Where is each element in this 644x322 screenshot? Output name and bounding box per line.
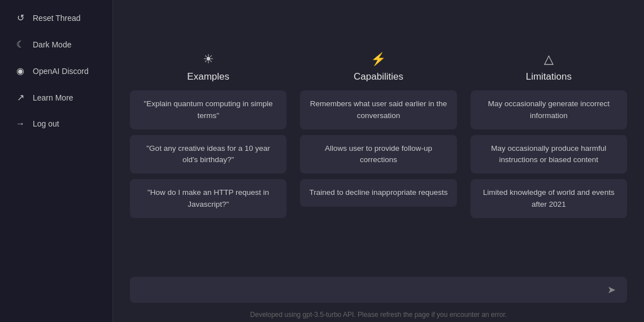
capabilities-icon: ⚡	[371, 52, 386, 67]
input-row: ➤	[130, 277, 627, 303]
send-button[interactable]: ➤	[604, 282, 619, 297]
limitations-icon: △	[544, 52, 554, 67]
columns-wrapper: ☀Examples"Explain quantum computing in s…	[130, 52, 627, 218]
examples-card-1[interactable]: "Got any creative ideas for a 10 year ol…	[130, 135, 286, 174]
sidebar: ↺Reset Thread☾Dark Mode◉OpenAI Discord↗L…	[0, 0, 113, 322]
openai-discord-icon: ◉	[15, 66, 26, 76]
footer: Developed using gpt-3.5-turbo API. Pleas…	[113, 307, 644, 322]
limitations-card-0[interactable]: May occasionally generate incorrect info…	[471, 90, 627, 129]
examples-card-2[interactable]: "How do I make an HTTP request in Javasc…	[130, 179, 286, 218]
input-area: ➤	[113, 270, 644, 307]
examples-title: Examples	[187, 71, 229, 82]
chat-input[interactable]	[138, 285, 604, 294]
capabilities-card-0[interactable]: Remembers what user said earlier in the …	[300, 90, 456, 129]
sidebar-item-reset-thread[interactable]: ↺Reset Thread	[5, 6, 108, 30]
examples-icon: ☀	[203, 52, 214, 67]
sidebar-item-learn-more[interactable]: ↗Learn More	[5, 85, 108, 110]
column-limitations: △LimitationsMay occasionally generate in…	[471, 52, 627, 218]
dark-mode-icon: ☾	[15, 39, 26, 50]
dark-mode-label: Dark Mode	[33, 40, 71, 49]
learn-more-icon: ↗	[15, 92, 26, 103]
sidebar-item-dark-mode[interactable]: ☾Dark Mode	[5, 32, 108, 56]
examples-card-0[interactable]: "Explain quantum computing in simple ter…	[130, 90, 286, 129]
capabilities-header: ⚡Capabilities	[354, 52, 403, 82]
reset-thread-label: Reset Thread	[33, 14, 81, 23]
content-area: ☀Examples"Explain quantum computing in s…	[113, 0, 644, 270]
column-examples: ☀Examples"Explain quantum computing in s…	[130, 52, 286, 218]
capabilities-card-1[interactable]: Allows user to provide follow-up correct…	[300, 135, 456, 174]
capabilities-card-2[interactable]: Trained to decline inappropriate request…	[300, 179, 456, 206]
log-out-label: Log out	[33, 119, 59, 128]
openai-discord-label: OpenAI Discord	[33, 67, 89, 76]
limitations-header: △Limitations	[526, 52, 572, 82]
main-area: ☀Examples"Explain quantum computing in s…	[113, 0, 644, 322]
sidebar-item-openai-discord[interactable]: ◉OpenAI Discord	[5, 59, 108, 83]
limitations-card-1[interactable]: May occasionally produce harmful instruc…	[471, 135, 627, 174]
column-capabilities: ⚡CapabilitiesRemembers what user said ea…	[300, 52, 456, 218]
learn-more-label: Learn More	[33, 93, 73, 102]
limitations-title: Limitations	[526, 71, 572, 82]
footer-text: Developed using gpt-3.5-turbo API. Pleas…	[250, 311, 507, 319]
capabilities-title: Capabilities	[354, 71, 403, 82]
reset-thread-icon: ↺	[15, 12, 26, 23]
limitations-card-2[interactable]: Limited knowledge of world and events af…	[471, 179, 627, 218]
examples-header: ☀Examples	[187, 52, 229, 82]
log-out-icon: →	[15, 119, 26, 129]
sidebar-item-log-out[interactable]: →Log out	[5, 112, 108, 136]
